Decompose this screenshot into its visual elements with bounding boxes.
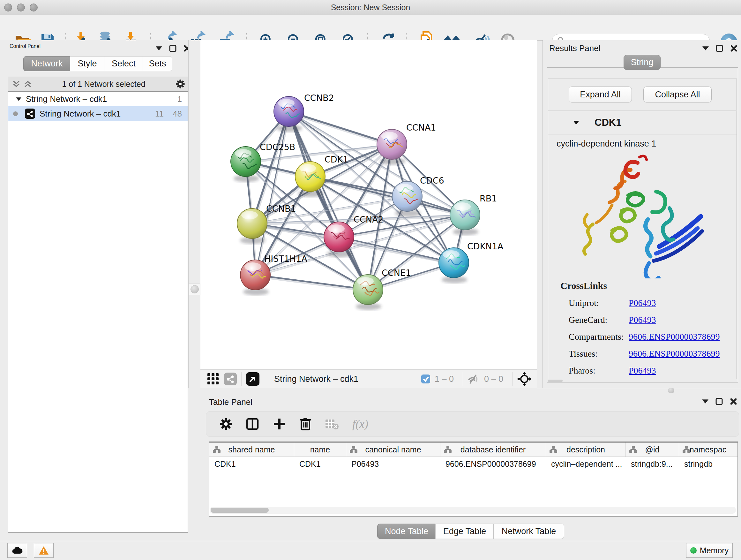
memory-button[interactable]: Memory	[686, 543, 733, 558]
grid-view-icon[interactable]	[207, 373, 219, 385]
collection-count: 1	[178, 94, 182, 104]
left-splitter-handle[interactable]	[189, 284, 200, 295]
horizontal-splitter-handle[interactable]	[668, 387, 674, 394]
results-scrollbar-thumb[interactable]	[548, 380, 562, 382]
tab-node-table[interactable]: Node Table	[377, 523, 436, 539]
navigate-crosshair-icon[interactable]	[517, 372, 532, 386]
column-tree-icon	[682, 446, 690, 453]
tab-string[interactable]: String	[623, 55, 661, 70]
panel-float-icon[interactable]	[716, 398, 723, 405]
crosslink-link[interactable]: 9606.ENSP00000378699	[629, 332, 720, 342]
birds-eye-view-icon[interactable]	[246, 372, 259, 386]
window-title: Session: New Session	[0, 3, 741, 12]
network-node-rb1[interactable]: RB1	[450, 193, 497, 235]
tab-edge-table[interactable]: Edge Table	[435, 523, 494, 539]
panel-close-icon[interactable]	[730, 45, 738, 52]
delete-table-icon-disabled	[325, 418, 339, 430]
tab-sets[interactable]: Sets	[143, 56, 172, 71]
tab-select[interactable]: Select	[104, 56, 143, 71]
hidden-eye-icon[interactable]	[468, 374, 480, 384]
collection-label: String Network – cdk1	[26, 94, 107, 104]
panel-menu-icon[interactable]	[702, 46, 709, 51]
column-tree-icon	[349, 446, 358, 453]
node-label: CCNB2	[304, 93, 334, 103]
crosslink-row: Tissues: 9606.ENSP00000378699	[569, 345, 737, 362]
node-label: HIST1H1A	[264, 254, 308, 264]
panel-float-icon[interactable]	[716, 45, 723, 52]
column-header[interactable]: namespac	[679, 442, 737, 456]
expand-all-button[interactable]: Expand All	[569, 86, 632, 103]
cloud-button[interactable]	[7, 543, 27, 558]
collapse-all-button[interactable]: Collapse All	[643, 86, 712, 103]
column-header[interactable]: @id	[626, 442, 679, 456]
tab-network-table[interactable]: Network Table	[493, 523, 564, 539]
network-options-gear-icon[interactable]	[176, 79, 185, 89]
network-node-hist1h1a[interactable]: HIST1H1A	[240, 254, 308, 295]
crosslink-link[interactable]: P06493	[629, 298, 656, 308]
node-label: CCNA2	[354, 214, 384, 225]
tab-style[interactable]: Style	[70, 56, 105, 71]
column-tree-icon	[212, 446, 221, 453]
panel-close-icon[interactable]	[730, 398, 737, 405]
network-view[interactable]: CCNB2CCNA1CDC25BCDK1CDC6RB1CCNB1CCNA2CDK…	[200, 40, 537, 369]
network-view-title: String Network – cdk1	[274, 374, 358, 384]
network-collection-row[interactable]: String Network – cdk1 1	[8, 91, 188, 106]
results-panel: Results Panel String Expand All Collapse…	[542, 40, 741, 388]
control-panel-title: Control Panel	[10, 44, 41, 49]
column-header[interactable]: canonical name	[346, 442, 441, 456]
table-hscrollbar[interactable]	[210, 507, 736, 514]
column-header[interactable]: description	[546, 442, 626, 456]
crosslink-link[interactable]: P06493	[629, 366, 656, 376]
table-hscrollbar-thumb[interactable]	[211, 508, 269, 513]
node-label: CCNE1	[382, 268, 411, 278]
network-row-selected[interactable]: String Network – cdk1 11 48	[8, 106, 188, 121]
column-header[interactable]: name	[294, 442, 346, 456]
node-label: CDKN1A	[467, 241, 503, 251]
column-header[interactable]: shared name	[209, 442, 294, 456]
column-header[interactable]: database identifier	[441, 442, 546, 456]
crosslink-label: Uniprot:	[569, 298, 629, 308]
collapse-all-icon[interactable]	[12, 80, 20, 88]
node-count: 11	[155, 109, 164, 119]
add-column-icon[interactable]	[273, 417, 286, 431]
network-node-cdkn1a[interactable]: CDKN1A	[439, 241, 503, 283]
protein-card-header[interactable]: CDK1	[548, 111, 737, 134]
function-builder-icon-disabled: f(x)	[352, 417, 368, 431]
network-edge[interactable]	[339, 237, 454, 263]
title-bar: Session: New Session	[0, 0, 741, 15]
crosslink-row: Uniprot: P06493	[569, 294, 737, 311]
network-label: String Network – cdk1	[40, 109, 121, 119]
hidden-counts: 0 – 0	[484, 374, 503, 384]
column-tree-icon	[629, 446, 637, 453]
node-label: CCNA1	[406, 123, 436, 132]
selected-checkbox-icon[interactable]	[421, 374, 431, 384]
network-selection-bar: 1 of 1 Network selected	[8, 77, 189, 91]
tree-expander-icon[interactable]	[16, 98, 21, 101]
warning-button[interactable]	[34, 543, 54, 558]
network-view-toolbar: String Network – cdk1 1 – 0 0 – 0	[200, 369, 537, 388]
card-expander-icon[interactable]	[573, 121, 579, 125]
expand-all-icon[interactable]	[23, 80, 32, 88]
show-columns-icon[interactable]	[246, 417, 259, 431]
left-splitter[interactable]	[188, 40, 201, 388]
delete-column-icon[interactable]	[299, 417, 312, 431]
panel-menu-icon[interactable]	[702, 399, 709, 403]
panel-float-icon[interactable]	[169, 45, 177, 52]
tab-network[interactable]: Network	[23, 56, 71, 71]
table-panel-title: Table Panel	[209, 397, 253, 407]
table-row[interactable]: CDK1 CDK1 P06493 9606.ENSP00000378699 cy…	[209, 457, 738, 471]
table-panel: Table Panel f(x)	[200, 393, 741, 522]
network-share-view-icon[interactable]	[224, 373, 237, 385]
protein-description: cyclin-dependent kinase 1	[548, 134, 737, 149]
crosslink-label: GeneCard:	[569, 315, 629, 325]
crosslinks-title: CrossLinks	[560, 280, 737, 291]
network-canvas[interactable]: CCNB2CCNA1CDC25BCDK1CDC6RB1CCNB1CCNA2CDK…	[200, 40, 537, 369]
node-label: CDC25B	[260, 142, 295, 152]
table-options-gear-icon[interactable]	[219, 418, 232, 430]
control-panel: Control Panel Network Style Select Sets …	[0, 40, 188, 541]
crosslink-link[interactable]: P06493	[629, 315, 656, 325]
network-edge[interactable]	[289, 111, 392, 144]
protein-structure-image	[574, 151, 711, 278]
crosslink-link[interactable]: 9606.ENSP00000378699	[629, 349, 720, 359]
panel-menu-icon[interactable]	[156, 46, 162, 51]
